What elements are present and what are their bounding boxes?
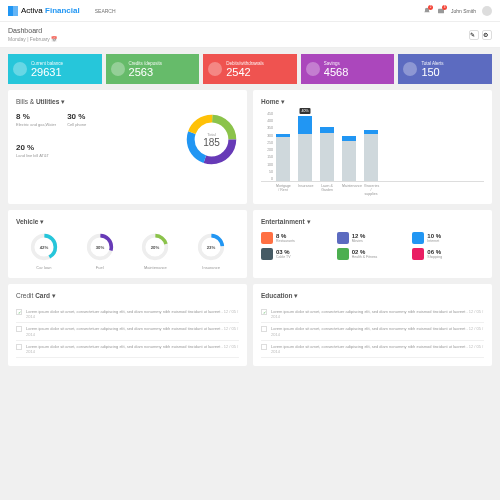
checkbox[interactable] [16, 326, 22, 332]
summary-tiles: Current balance29631Credits /deposits256… [0, 48, 500, 90]
bills-stats: 8 %Electric and gas,Water30 %Cell phone2… [16, 112, 116, 167]
tile-icon [403, 62, 417, 76]
list-item[interactable]: ✓Lorem ipsum dolor sit amet, consectetue… [261, 306, 484, 323]
logo-text: Activa Financial [21, 6, 80, 15]
logo-icon [8, 6, 18, 16]
subheader: Dashboard Monday | February 📅 ✎ ⚙ [0, 22, 500, 48]
search-input[interactable] [95, 8, 155, 14]
vehicle-card: Vehicle ▾ 42%Car loan30%Fuel20%Maintenan… [8, 210, 247, 278]
category-icon [412, 232, 424, 244]
education-card: Education ▾ ✓Lorem ipsum dolor sit amet,… [253, 284, 492, 366]
credit-list: ✓Lorem ipsum dolor sit amet, consectetue… [16, 306, 239, 358]
bill-stat: 30 %Cell phone [67, 112, 112, 137]
category-icon [337, 232, 349, 244]
bar[interactable] [276, 137, 290, 181]
messages-icon[interactable]: 3 [437, 7, 445, 15]
svg-text:20%: 20% [151, 245, 160, 250]
category-icon [261, 248, 273, 260]
checkbox[interactable]: ✓ [261, 309, 267, 315]
username[interactable]: John Smith [451, 8, 476, 14]
bill-stat: 8 %Electric and gas,Water [16, 112, 61, 137]
entertainment-title: Entertainment ▾ [261, 218, 484, 226]
bar[interactable] [364, 134, 378, 181]
bills-title: Bills & Utilities ▾ [16, 98, 239, 106]
bills-card: Bills & Utilities ▾ 8 %Electric and gas,… [8, 90, 247, 204]
tile-3[interactable]: Savings4568 [301, 54, 395, 84]
education-list: ✓Lorem ipsum dolor sit amet, consectetue… [261, 306, 484, 358]
settings-button[interactable]: ⚙ [482, 30, 492, 40]
home-bar-chart: 450400350300250200150100500 40% [261, 112, 484, 182]
notification-badge: 2 [428, 5, 433, 10]
vehicle-donuts: 42%Car loan30%Fuel20%Maintenance23%Insur… [16, 232, 239, 270]
vehicle-donut: 20%Maintenance [140, 232, 170, 270]
checkbox[interactable] [16, 344, 22, 350]
vehicle-donut: 42%Car loan [29, 232, 59, 270]
bar[interactable] [320, 133, 334, 181]
checkbox[interactable] [261, 326, 267, 332]
list-item[interactable]: Lorem ipsum dolor sit amet, consectetuer… [16, 341, 239, 358]
messages-badge: 3 [442, 5, 447, 10]
y-axis: 450400350300250200150100500 [261, 112, 273, 181]
vehicle-donut: 23%Insurance [196, 232, 226, 270]
bar[interactable]: 40% [298, 134, 312, 181]
list-item[interactable]: ✓Lorem ipsum dolor sit amet, consectetue… [16, 306, 239, 323]
credit-title: Credit Card ▾ [16, 292, 239, 300]
date-range[interactable]: Monday | February 📅 [8, 36, 57, 42]
tile-0[interactable]: Current balance29631 [8, 54, 102, 84]
entertainment-card: Entertainment ▾ 8 %Restaurants12 %Movies… [253, 210, 492, 278]
entertainment-grid: 8 %Restaurants12 %Movies10 %Internet03 %… [261, 232, 484, 260]
entertainment-item: 03 %Cable TV [261, 248, 333, 260]
notification-bell-icon[interactable]: 2 [423, 7, 431, 15]
category-icon [261, 232, 273, 244]
home-card: Home ▾ 450400350300250200150100500 40% M… [253, 90, 492, 204]
vehicle-title: Vehicle ▾ [16, 218, 239, 226]
svg-text:30%: 30% [95, 245, 104, 250]
entertainment-item: 8 %Restaurants [261, 232, 333, 244]
svg-text:42%: 42% [40, 245, 49, 250]
vehicle-donut: 30%Fuel [85, 232, 115, 270]
entertainment-item: 12 %Movies [337, 232, 409, 244]
tile-2[interactable]: Debits/withdrawals2542 [203, 54, 297, 84]
x-axis: Mortgage / RentInsuranceLawn & GardenMai… [261, 184, 484, 196]
checkbox[interactable] [261, 344, 267, 350]
tile-icon [13, 62, 27, 76]
education-title: Education ▾ [261, 292, 484, 300]
logo[interactable]: Activa Financial [8, 6, 80, 16]
category-icon [337, 248, 349, 260]
tile-1[interactable]: Credits /deposits2563 [106, 54, 200, 84]
tile-4[interactable]: Total Alerts150 [398, 54, 492, 84]
bar[interactable] [342, 141, 356, 181]
bill-stat: 20 %Land line bill AT&T [16, 143, 61, 168]
avatar[interactable] [482, 6, 492, 16]
top-header: Activa Financial 2 3 John Smith [0, 0, 500, 22]
tile-icon [306, 62, 320, 76]
entertainment-item: 06 %Shopping [412, 248, 484, 260]
checkbox[interactable]: ✓ [16, 309, 22, 315]
tile-icon [208, 62, 222, 76]
bills-donut-chart: Total185 [184, 112, 239, 167]
svg-text:23%: 23% [207, 245, 216, 250]
home-title: Home ▾ [261, 98, 484, 106]
entertainment-item: 10 %Internet [412, 232, 484, 244]
tile-icon [111, 62, 125, 76]
list-item[interactable]: Lorem ipsum dolor sit amet, consectetuer… [261, 341, 484, 358]
edit-button[interactable]: ✎ [469, 30, 479, 40]
list-item[interactable]: Lorem ipsum dolor sit amet, consectetuer… [261, 323, 484, 340]
page-title: Dashboard [8, 27, 57, 34]
list-item[interactable]: Lorem ipsum dolor sit amet, consectetuer… [16, 323, 239, 340]
credit-card: Credit Card ▾ ✓Lorem ipsum dolor sit ame… [8, 284, 247, 366]
entertainment-item: 02 %Health & Fitness [337, 248, 409, 260]
category-icon [412, 248, 424, 260]
